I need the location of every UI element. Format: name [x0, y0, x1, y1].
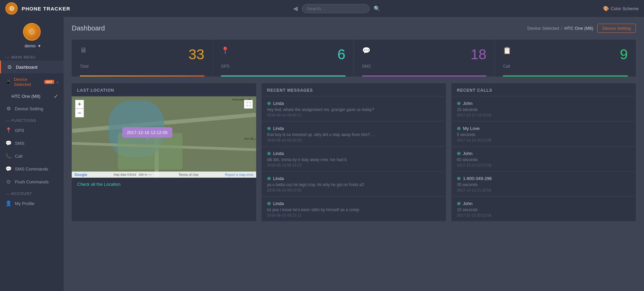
call-item[interactable]: ⊕ John 10 seconds 2017-12-12 20:12:06: [451, 197, 636, 221]
sidebar-item-push-commands[interactable]: ⊙ Push Commands: [0, 175, 64, 188]
stat-value-gps: 6: [337, 46, 345, 63]
contact-icon: ⊕: [267, 201, 271, 206]
contact-icon: ⊕: [267, 100, 271, 106]
sidebar-username: demo ▾: [23, 43, 40, 48]
message-contact: ⊕ Linda: [267, 176, 441, 181]
stat-card-sms: 💬 18 SMS: [354, 40, 495, 76]
call-duration: 5 seconds: [457, 132, 630, 137]
sidebar-item-gps[interactable]: 📍 GPS: [0, 124, 64, 137]
call-contact-icon: ⊕: [457, 151, 461, 156]
map-fullscreen-button[interactable]: ⛶: [244, 100, 253, 109]
stat-label-gps: GPS: [221, 63, 346, 73]
breadcrumb-bar: Dashboard Device Selected / HTC One (M8)…: [72, 24, 636, 33]
bottom-panels: LAST LOCATION Avocado Lak... For de... 2…: [72, 83, 636, 221]
call-duration: 60 seconds: [457, 157, 630, 162]
map-zoom-out[interactable]: −: [75, 109, 84, 117]
contact-icon: ⊕: [267, 151, 271, 156]
recent-messages-title: RECENT MESSAGES: [262, 83, 446, 96]
message-text: hey lind, whats the assignment ms. grang…: [267, 107, 375, 112]
check-location-link[interactable]: Check all the Location: [72, 178, 256, 191]
message-date: 2018-06-10 09:16:12: [267, 163, 441, 167]
call-item[interactable]: ⊕ My Love 5 seconds 2017-12-14 18:11:06: [451, 121, 636, 147]
map-report-link[interactable]: Report a map error: [225, 173, 253, 177]
message-contact: ⊕ Linda: [267, 100, 441, 106]
search-icon[interactable]: 🔍: [374, 5, 380, 12]
last-location-title: LAST LOCATION: [72, 83, 256, 96]
sidebar-item-device-setting[interactable]: ⚙ Device Setting: [0, 102, 64, 115]
call-contact-icon: ⊕: [457, 201, 461, 206]
chevron-right-icon: ›: [57, 80, 58, 85]
sidebar-item-sms-commands[interactable]: 💬 SMS Commands: [0, 162, 64, 175]
message-item[interactable]: ⊕ Linda that boy is so messed up. why dn…: [262, 121, 446, 147]
palette-icon: 🎨: [603, 6, 609, 11]
map-footer-data: Map data ©2019 200 m ──: [114, 173, 152, 176]
recent-calls-panel: RECENT CALLS ⊕ John 15 seconds 2017-12-1…: [451, 83, 636, 221]
stat-bar-gps: [221, 75, 346, 76]
message-item[interactable]: ⊕ Linda ya u betta cuz he legit cray. It…: [262, 172, 446, 197]
hot-badge: HOT: [44, 80, 54, 84]
avatar-icon: ⊙: [23, 23, 41, 41]
stat-bar-total: [80, 75, 204, 76]
topnav-left: ⊙ PHONE TRACKER: [5, 2, 70, 15]
dashboard-icon: ⊙: [6, 64, 13, 70]
call-item[interactable]: ⊕ John 15 seconds 2017-12-17 14:10:06: [451, 96, 636, 121]
sidebar-device-name[interactable]: HTC One (M8) ✓: [0, 90, 64, 102]
call-contact: ⊕ John: [457, 100, 630, 106]
profile-icon: 👤: [5, 200, 12, 206]
stat-bar-call: [503, 75, 628, 76]
call-duration: 10 seconds: [457, 207, 630, 212]
stat-value-call: 9: [620, 46, 628, 63]
stat-card-call: 📋 9 Call: [495, 40, 636, 76]
sidebar-item-dashboard[interactable]: ⊙ Dashboard: [0, 61, 64, 73]
message-text: ya u betta cuz he legit cray. Its why he…: [267, 182, 375, 187]
call-contact: ⊕ John: [457, 201, 630, 206]
map-tooltip: 2017-12-16 12:12:05: [122, 127, 173, 138]
sidebar-item-call[interactable]: 📞 Call: [0, 150, 64, 162]
push-commands-icon: ⊙: [5, 179, 12, 185]
color-scheme-button[interactable]: 🎨 Color Scheme: [603, 6, 639, 11]
app-name: PHONE TRACKER: [22, 6, 70, 12]
message-contact: ⊕ Linda: [267, 201, 441, 206]
message-text: lol yea I know he's been sittin by himse…: [267, 207, 375, 212]
message-date: 2018-06-10 09:15:55: [267, 188, 441, 192]
functions-label: --- FUNCTIONS: [0, 115, 64, 124]
message-item[interactable]: ⊕ Linda idk tbh, imma try n stay away no…: [262, 147, 446, 172]
sidebar: ⊙ demo ▾ --- MAIN MENU ⊙ Dashboard 📱 Dev…: [0, 17, 64, 291]
message-contact: ⊕ Linda: [267, 151, 441, 156]
device-setting-button[interactable]: Device Setting: [597, 24, 636, 33]
sms-icon: 💬: [5, 140, 12, 146]
stat-card-total: 🖥 33 Total: [72, 40, 213, 76]
breadcrumb: Device Selected / HTC One (M8): [527, 26, 593, 31]
call-item[interactable]: ⊕ 1-800-349-296 30 seconds 2017-12-12 21…: [451, 172, 636, 197]
call-contact: ⊕ John: [457, 151, 630, 156]
sidebar-item-my-profile[interactable]: 👤 My Profile: [0, 197, 64, 210]
map-zoom-in[interactable]: +: [75, 100, 84, 109]
last-location-panel: LAST LOCATION Avocado Lak... For de... 2…: [72, 83, 256, 221]
message-item[interactable]: ⊕ Linda lol yea I know he's been sittin …: [262, 197, 446, 221]
call-item[interactable]: ⊕ John 60 seconds 2017-12-13 12:17:06: [451, 147, 636, 172]
sms-commands-icon: 💬: [5, 166, 12, 172]
map-terms-link[interactable]: Terms of Use: [179, 173, 199, 177]
map-zoom-controls: + −: [75, 100, 84, 117]
messages-list: ⊕ Linda hey lind, whats the assignment m…: [262, 96, 446, 221]
back-icon[interactable]: ◀: [293, 5, 298, 12]
main-layout: ⊙ demo ▾ --- MAIN MENU ⊙ Dashboard 📱 Dev…: [0, 17, 644, 291]
search-input[interactable]: [302, 4, 370, 13]
main-menu-label: --- MAIN MENU: [0, 52, 64, 61]
main-content: Dashboard Device Selected / HTC One (M8)…: [64, 17, 644, 291]
call-contact: ⊕ My Love: [457, 126, 630, 131]
stat-value-sms: 18: [471, 46, 487, 63]
topnav-center: ◀ 🔍: [293, 4, 380, 13]
call-contact-icon: ⊕: [457, 176, 461, 181]
stat-bar-sms: [362, 75, 487, 76]
message-item[interactable]: ⊕ Linda hey lind, whats the assignment m…: [262, 96, 446, 121]
sidebar-item-sms[interactable]: 💬 SMS: [0, 137, 64, 150]
logo-icon: ⊙: [5, 2, 18, 15]
sidebar-avatar: ⊙ demo ▾: [0, 17, 64, 52]
call-duration: 15 seconds: [457, 107, 630, 112]
stat-value-total: 33: [188, 46, 204, 63]
monitor-icon: 🖥: [80, 46, 87, 54]
topnav: ⊙ PHONE TRACKER ◀ 🔍 🎨 Color Scheme: [0, 0, 644, 17]
sidebar-item-device-selected[interactable]: 📱 Device Selected HOT ›: [0, 73, 64, 90]
recent-messages-panel: RECENT MESSAGES ⊕ Linda hey lind, whats …: [262, 83, 446, 221]
